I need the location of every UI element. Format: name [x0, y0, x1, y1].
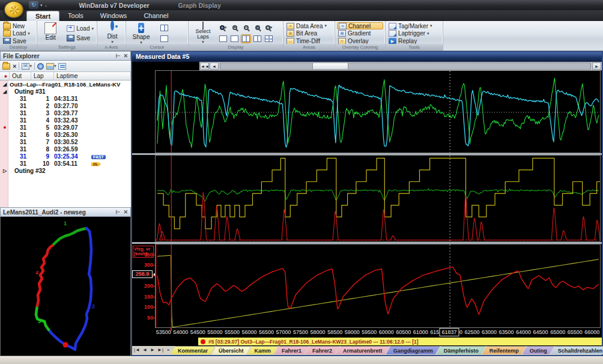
layout-split-button[interactable]	[241, 34, 251, 43]
layout-two-button[interactable]	[229, 34, 240, 43]
sheet-tab-reifentemp[interactable]: Reifentemp	[482, 346, 526, 354]
lap-row[interactable]: 31903:25.34FAST	[0, 153, 131, 160]
laptrigger-icon	[389, 30, 396, 37]
scroll-far-left-button[interactable]: ◄◄	[200, 62, 209, 70]
x-axis: 5350054000545005500055500560005650057000…	[132, 328, 602, 337]
ribbon-tab-channel[interactable]: Channel	[135, 11, 177, 21]
search-button[interactable]	[37, 63, 44, 70]
sheet-nav-1[interactable]: ◄	[141, 347, 148, 353]
dist-xaxis-button[interactable]: Dist▾	[99, 22, 126, 44]
lap-row[interactable]: 311003:54.11IN	[0, 160, 131, 167]
data-area-button[interactable]: ≈Data Area▾	[285, 22, 333, 29]
outing2-row[interactable]: ▷Outing #32	[0, 167, 131, 174]
sync-icon[interactable]: ↻	[29, 1, 38, 9]
tag-marker-button[interactable]: Tag/Marker▾	[387, 22, 441, 29]
report-button[interactable]	[58, 63, 66, 70]
remove-file-button[interactable]: ×	[13, 62, 16, 70]
pin-icon[interactable]: ⊢	[116, 209, 121, 215]
sheet-nav-4[interactable]: ×	[165, 347, 172, 353]
group-label-tools: Tools	[386, 44, 443, 50]
send-button[interactable]: ▾	[22, 63, 32, 70]
ribbon-tab-start[interactable]: Start	[26, 11, 59, 21]
zoom-out-button[interactable]: −	[241, 23, 251, 32]
tree-root-row[interactable]: ◢Out3--Lap---Frag01_R18-106_LeMans-KV	[0, 80, 131, 88]
sheet-nav-3[interactable]: ►|	[157, 347, 164, 353]
x-tick-label: 65500	[568, 329, 583, 335]
gradient-coloring-button[interactable]: ≋Gradient	[337, 30, 383, 37]
lap-row[interactable]: 31603:26.30	[0, 131, 131, 138]
expander-icon[interactable]: ▷	[0, 168, 10, 174]
channel-coloring-button[interactable]: ≈Channel	[337, 22, 383, 29]
layout-single-button[interactable]	[218, 34, 228, 43]
x-tick-label: 54000	[173, 329, 188, 335]
lap-row[interactable]: ●31503:29.07	[0, 124, 131, 131]
lap-row[interactable]: 31803:26.59	[0, 145, 131, 153]
pin-icon[interactable]: ⊢	[116, 53, 121, 59]
sheet-tab-fahrer2[interactable]: Fahrer2	[305, 346, 339, 354]
expander-icon[interactable]: ◢	[0, 82, 10, 87]
sheet-tab-armaturenbrett[interactable]: Armaturenbrett	[336, 346, 390, 354]
scroll-left-button[interactable]: ◄	[210, 62, 219, 70]
scrollbar-track[interactable]	[220, 62, 591, 70]
chart-middle[interactable]	[155, 155, 601, 242]
sheet-tab-kommentar[interactable]: Kommentar	[171, 346, 215, 354]
sheet-tab-gangdiagramm[interactable]: Gangdiagramm	[386, 346, 440, 354]
sheet-tab-d-mpferhisto[interactable]: Dämpferhisto	[437, 346, 486, 354]
layout-grid-icon	[265, 35, 273, 42]
measured-data-titlebar[interactable]: Measured Data #5	[132, 52, 602, 62]
app-orb-button[interactable]	[4, 1, 24, 19]
zoom-mode-button[interactable]: ▾	[218, 23, 228, 32]
zoom-time-button[interactable]: ◷▾	[264, 23, 274, 32]
chart-top[interactable]	[155, 70, 601, 153]
layout-vertical-button[interactable]	[252, 34, 262, 43]
file-explorer-column-header[interactable]: ● Out Lap Laptime	[0, 72, 131, 80]
sheet-tab-schaltdrehzahlen[interactable]: Schaltdrehzahlen	[551, 346, 603, 354]
picture-button[interactable]: ▾	[46, 63, 56, 70]
sheet-tab-kamm[interactable]: Kamm	[247, 346, 279, 354]
expander-icon[interactable]: ◢	[0, 89, 10, 94]
lap-out-cell: 31	[10, 117, 31, 124]
lap-row[interactable]: 31703:30.52	[0, 138, 131, 145]
select-laps-button[interactable]: Select Laps▾	[190, 22, 216, 44]
lap-row[interactable]: 31403:32.43	[0, 117, 131, 124]
sheet-nav-2[interactable]: ►	[149, 347, 156, 353]
group-label-cursor: Cursor	[126, 44, 188, 50]
outing-row[interactable]: ◢Outing #31	[0, 88, 131, 95]
column-laptime: Laptime	[54, 72, 131, 80]
cursor-option-2-button[interactable]	[159, 34, 169, 43]
scroll-right-button[interactable]: ►	[592, 62, 601, 70]
legend-strip[interactable]: #5 [03:29.07] Out3--Lap---Frag01_R18-106…	[198, 338, 602, 345]
lap-row[interactable]: 31203:27.70	[0, 102, 131, 109]
sheet-nav-0[interactable]: |◄	[133, 347, 141, 353]
load-desktop-button[interactable]: Load▾	[2, 30, 35, 37]
layout-grid-button[interactable]	[264, 34, 274, 43]
sheet-tab-outing-report[interactable]: Outing report	[523, 346, 554, 354]
lap-number-cell: 8	[31, 146, 54, 153]
lap-row[interactable]: 31303:29.77	[0, 109, 131, 117]
laptrigger-button[interactable]: Laptrigger▾	[387, 30, 441, 37]
ribbon-tab-windows[interactable]: Windows	[92, 11, 136, 21]
zoom-out-icon: −	[244, 25, 249, 30]
edit-settings-button[interactable]: Edit	[39, 22, 62, 44]
close-icon[interactable]: ✕	[123, 53, 128, 59]
zoom-in-button[interactable]: +	[229, 23, 240, 32]
chart-bottom[interactable]	[155, 244, 601, 328]
open-folder-icon	[2, 63, 10, 70]
lap-row[interactable]: 31104:31.31	[0, 95, 131, 102]
zoom-fit-button[interactable]: a	[252, 23, 262, 32]
load-settings-button[interactable]: Load▾	[65, 25, 95, 32]
y-tick-label: 150	[144, 294, 153, 300]
quick-access-dropdown-icon[interactable]: ▾	[40, 3, 43, 8]
close-icon[interactable]: ✕	[123, 209, 128, 215]
shape-cursor-button[interactable]: + Shape▾	[128, 22, 154, 44]
bit-area-button[interactable]: ≋Bit Area	[285, 30, 333, 37]
open-file-button[interactable]	[2, 63, 10, 70]
cursor-option-1-button[interactable]	[159, 23, 169, 32]
bit-area-icon: ≋	[286, 30, 294, 37]
scrollbar-thumb[interactable]	[312, 62, 348, 70]
sheet-tab--bersicht[interactable]: Übersicht	[211, 346, 251, 355]
ribbon-tab-tools[interactable]: Tools	[59, 11, 92, 21]
save-settings-button[interactable]: Save	[65, 35, 95, 42]
sheet-tab-fahrer1[interactable]: Fahrer1	[274, 346, 309, 354]
ribbon-collapse-icon[interactable]: ⌄	[44, 3, 48, 8]
